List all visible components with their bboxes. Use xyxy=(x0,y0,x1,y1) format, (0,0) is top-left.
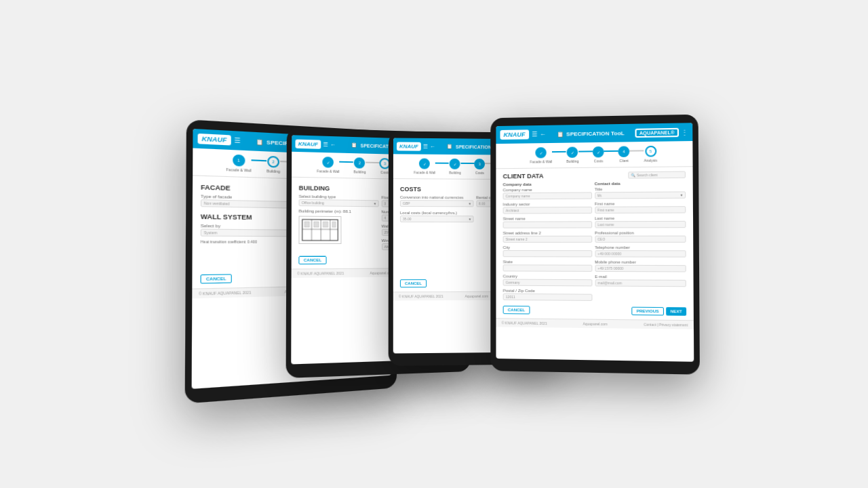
street2-label: Street address line 2 xyxy=(502,231,591,235)
step-b-4: ✓ Building xyxy=(566,146,578,163)
cancel-button-4[interactable]: CANCEL xyxy=(502,306,530,314)
building-type-col: Select building type Office building ▾ B… xyxy=(298,194,378,253)
step-circle-fw-3: ✓ xyxy=(419,158,430,169)
position-label: Professional position xyxy=(594,230,686,235)
back-icon-2[interactable]: ← xyxy=(330,141,335,147)
facade-type-value: Non ventilated xyxy=(204,201,230,205)
hamburger-icon-2[interactable]: ☰ xyxy=(323,141,328,147)
contact-data-heading: Contact data xyxy=(594,181,685,186)
building-type-arrow: ▾ xyxy=(374,201,376,205)
phone-input[interactable]: +49 000 00000 xyxy=(594,250,686,257)
hamburger-icon-3[interactable]: ☰ xyxy=(422,143,427,149)
hamburger-icon-1[interactable]: ☰ xyxy=(234,137,240,144)
floor-plan-box xyxy=(298,216,341,243)
title-value: Mr. xyxy=(597,193,601,197)
prev-button-4[interactable]: PREVIOUS xyxy=(631,307,664,316)
select-by-value: System xyxy=(204,230,218,235)
step-circle-1: 1 xyxy=(233,155,245,167)
svg-rect-5 xyxy=(304,221,309,226)
step-line-2b xyxy=(366,161,379,163)
perimeter-label: Building perimeter (m): 88.1 xyxy=(298,209,378,214)
email-label: E-mail xyxy=(595,274,686,279)
tablet-client-screen: KNAUF ☰ ← 📋 SPECIFICATION TooL AQUAPANEL… xyxy=(496,123,694,362)
step-line-1a xyxy=(252,159,267,161)
title-input[interactable]: Mr. ▾ xyxy=(594,191,685,199)
step-a-4: 5 Analysis xyxy=(644,146,657,163)
url-4: Aquapanel.com xyxy=(583,322,607,327)
knauf-logo-4: KNAUF xyxy=(500,129,528,140)
industry-label: Industry sector xyxy=(502,202,591,207)
local-input[interactable]: 35.00 ▾ xyxy=(399,215,473,222)
step-line-4c xyxy=(604,150,618,152)
step-b-label-2: Building xyxy=(353,169,366,174)
client-data-grid: Company data Company name Company name I… xyxy=(502,181,686,304)
step-b-label-4: Building xyxy=(566,159,578,163)
step-b-label-3: Building xyxy=(449,170,461,174)
phone-label: Telephone number xyxy=(594,245,686,249)
select-by-label: Select by xyxy=(201,224,294,229)
phone-value: +49 000 00000 xyxy=(597,251,621,256)
street2-input[interactable]: Street name 2 xyxy=(502,236,591,243)
links-4: Contact | Privacy statement xyxy=(644,323,688,327)
client-search-bar[interactable]: 🔍 Search client xyxy=(628,171,686,178)
first-name-label: First name xyxy=(594,201,685,206)
next-button-4[interactable]: NEXT xyxy=(666,307,686,316)
street-input[interactable] xyxy=(502,221,591,228)
street-label: Street name xyxy=(502,216,591,221)
step-a-label-4: Analysis xyxy=(644,158,657,162)
floor-plan-svg xyxy=(300,218,340,242)
step-b-3: ✓ Building xyxy=(449,158,461,174)
more-icon-4[interactable]: ⋮ xyxy=(681,128,688,136)
mobile-input[interactable]: +49 1575 00000 xyxy=(595,265,686,272)
company-name-input[interactable]: Company name xyxy=(502,192,591,199)
step-cl-4: 4 Client xyxy=(618,146,629,163)
country-input[interactable]: Germany xyxy=(502,279,591,287)
last-name-placeholder: Last name xyxy=(597,222,614,226)
industry-input[interactable]: Architect xyxy=(502,207,591,214)
building-type-value: Office building xyxy=(301,200,323,205)
step-fw-2: ✓ Facade & Wall xyxy=(317,156,340,173)
currency-label: Conversion into national currencies xyxy=(399,195,473,199)
tool-icon-4: 📋 xyxy=(556,131,563,137)
step-c-3: 3 Costs xyxy=(474,159,485,175)
step-c-label-4: Costs xyxy=(593,159,602,163)
postal-value: 12011 xyxy=(505,295,515,299)
step-facade-wall-1: 1 Facade & Wall xyxy=(226,154,251,172)
position-input[interactable]: CEO xyxy=(594,236,686,243)
email-input[interactable]: mail@mail.com xyxy=(595,279,686,287)
back-icon-3[interactable]: ← xyxy=(429,143,435,149)
cancel-button-1[interactable]: CANCEL xyxy=(200,274,231,283)
last-name-input[interactable]: Last name xyxy=(594,221,686,228)
step-label-facade-1: Facade & Wall xyxy=(226,167,251,173)
postal-input[interactable]: 12011 xyxy=(502,293,591,301)
svg-rect-8 xyxy=(332,221,335,226)
step-fw-3: ✓ Facade & Wall xyxy=(414,158,435,174)
tablet-client: KNAUF ☰ ← 📋 SPECIFICATION TooL AQUAPANEL… xyxy=(490,115,700,375)
svg-rect-6 xyxy=(313,221,318,226)
main-scene: KNAUF ☰ 📋 SPECIFICATION TooL AQUAPANEL® … xyxy=(0,0,868,488)
step-line-4a xyxy=(552,151,566,152)
cancel-button-2[interactable]: CANCEL xyxy=(298,256,326,264)
step-fw-label-2: Facade & Wall xyxy=(317,169,340,174)
select-by-input[interactable]: System ▾ xyxy=(201,229,294,237)
building-type-input[interactable]: Office building ▾ xyxy=(298,199,378,207)
content-client: CLIENT DATA 🔍 Search client Company data… xyxy=(496,167,693,320)
header-right-4: AQUAPANEL® ⋮ xyxy=(635,127,688,138)
footer-4: © KNAUF AQUAPANEL 2021 Aquapanel.com Con… xyxy=(496,318,694,329)
select-by-col: Select by System ▾ xyxy=(201,224,294,240)
local-value: 35.00 xyxy=(402,216,411,220)
step-cl-label-4: Client xyxy=(619,159,628,163)
currency-input[interactable]: GBP ▾ xyxy=(399,200,473,207)
first-name-placeholder: First name xyxy=(597,208,614,212)
city-label: City xyxy=(502,245,591,249)
first-name-input[interactable]: First name xyxy=(594,206,686,214)
copyright-2: © KNAUF AQUAPANEL 2021 xyxy=(297,271,344,276)
client-data-title: CLIENT DATA xyxy=(502,173,543,180)
step-fw-label-4: Facade & Wall xyxy=(530,159,552,163)
back-icon-4[interactable]: ← xyxy=(539,131,545,138)
step-circle-cl-4: 4 xyxy=(618,146,629,157)
state-input[interactable] xyxy=(502,264,591,272)
city-input[interactable] xyxy=(502,250,591,257)
hamburger-icon-4[interactable]: ☰ xyxy=(531,131,536,138)
cancel-button-3[interactable]: CANCEL xyxy=(399,279,426,287)
